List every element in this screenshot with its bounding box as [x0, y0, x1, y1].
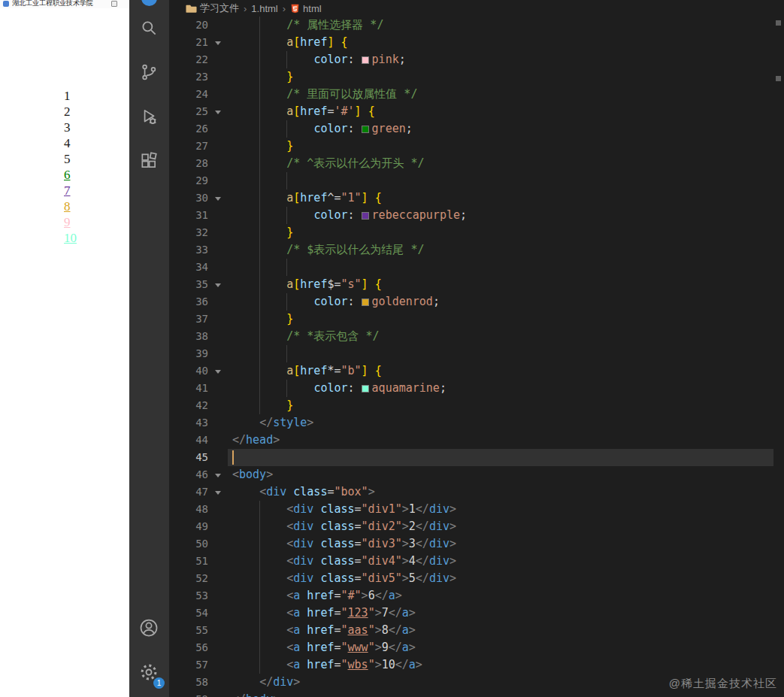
code-line[interactable]: 34	[169, 259, 784, 276]
code-text[interactable]: }	[228, 68, 773, 86]
code-text[interactable]: <div class="div2">2</div>	[228, 518, 773, 535]
code-line[interactable]: 37 }	[169, 311, 784, 328]
code-line[interactable]: 29	[169, 172, 784, 189]
code-text[interactable]: </body>	[228, 691, 773, 697]
code-text[interactable]: /* $表示以什么为结尾 */	[228, 241, 773, 259]
color-swatch[interactable]	[362, 126, 369, 133]
code-line[interactable]: 35 a[href$="s"] {	[169, 276, 784, 293]
code-text[interactable]: <div class="div1">1</div>	[228, 501, 773, 518]
tab-action-icon[interactable]	[111, 1, 117, 7]
code-text[interactable]	[228, 259, 773, 276]
code-line[interactable]: 27 }	[169, 138, 784, 155]
code-line[interactable]: 54 <a href="123">7</a>	[169, 605, 784, 622]
code-text[interactable]: <div class="div3">3</div>	[228, 535, 773, 553]
code-line[interactable]: 38 /* *表示包含 */	[169, 328, 784, 345]
preview-link[interactable]: 10	[64, 230, 77, 246]
code-text[interactable]: a[href^="1"] {	[228, 189, 773, 207]
code-text[interactable]: <a href="www">9</a>	[228, 639, 773, 656]
code-text[interactable]: <a href="#">6</a>	[228, 587, 773, 605]
code-text[interactable]	[228, 345, 773, 362]
breadcrumb-folder[interactable]: 学习文件	[186, 2, 239, 15]
code-text[interactable]: <div class="div4">4</div>	[228, 553, 773, 570]
code-text[interactable]: <a href="wbs">10</a>	[228, 656, 773, 674]
code-text[interactable]: <body>	[228, 466, 773, 483]
code-text[interactable]: /* ^表示以什么为开头 */	[228, 155, 773, 172]
fold-chevron-icon[interactable]	[208, 34, 228, 51]
fold-chevron-icon[interactable]	[208, 466, 228, 483]
code-text[interactable]: </head>	[228, 432, 773, 449]
code-text[interactable]: /* *表示包含 */	[228, 328, 773, 345]
code-line[interactable]: 26 color: green;	[169, 120, 784, 138]
code-line[interactable]: 43 </style>	[169, 414, 784, 432]
fold-chevron-icon[interactable]	[208, 483, 228, 501]
account-button[interactable]	[131, 610, 167, 646]
code-line[interactable]: 52 <div class="div5">5</div>	[169, 570, 784, 587]
breadcrumb-file[interactable]: 1.html	[251, 3, 277, 14]
code-text[interactable]: a[href*="b"] {	[228, 362, 773, 380]
color-swatch[interactable]	[362, 212, 369, 220]
code-line[interactable]: 55 <a href="aas">8</a>	[169, 622, 784, 639]
browser-tab-bar[interactable]: 湖北工业工程职业技术学院	[0, 0, 129, 8]
code-text[interactable]	[228, 449, 773, 466]
code-line[interactable]: 46<body>	[169, 466, 784, 483]
fold-chevron-icon[interactable]	[208, 362, 228, 380]
code-line[interactable]: 31 color: rebeccapurple;	[169, 207, 784, 224]
source-control-button[interactable]	[131, 54, 167, 90]
code-line[interactable]: 41 color: aquamarine;	[169, 380, 784, 397]
code-text[interactable]: </style>	[228, 414, 773, 432]
code-line[interactable]: 45	[169, 449, 784, 466]
fold-chevron-icon[interactable]	[208, 276, 228, 293]
search-button[interactable]	[131, 10, 167, 46]
breadcrumb-symbol[interactable]: html	[290, 3, 322, 14]
color-swatch[interactable]	[362, 56, 369, 64]
code-line[interactable]: 32 }	[169, 224, 784, 241]
code-text[interactable]: a[href$="s"] {	[228, 276, 773, 293]
code-text[interactable]: color: green;	[228, 120, 773, 138]
code-text[interactable]: color: pink;	[228, 51, 773, 68]
code-line[interactable]: 59</body>	[169, 691, 784, 697]
fold-chevron-icon[interactable]	[208, 189, 228, 207]
code-text[interactable]: /* 里面可以放属性值 */	[228, 86, 773, 103]
code-line[interactable]: 48 <div class="div1">1</div>	[169, 501, 784, 518]
color-swatch[interactable]	[362, 385, 369, 392]
code-line[interactable]: 56 <a href="www">9</a>	[169, 639, 784, 656]
preview-link[interactable]: 7	[64, 183, 77, 198]
code-text[interactable]: a[href] {	[228, 34, 773, 51]
code-text[interactable]: }	[228, 397, 773, 414]
code-text[interactable]: a[href='#'] {	[228, 103, 773, 120]
code-line[interactable]: 50 <div class="div3">3</div>	[169, 535, 784, 553]
code-line[interactable]: 28 /* ^表示以什么为开头 */	[169, 155, 784, 172]
code-line[interactable]: 42 }	[169, 397, 784, 414]
code-line[interactable]: 22 color: pink;	[169, 51, 784, 68]
code-line[interactable]: 40 a[href*="b"] {	[169, 362, 784, 380]
code-text[interactable]: <a href="123">7</a>	[228, 605, 773, 622]
code-line[interactable]: 36 color: goldenrod;	[169, 293, 784, 311]
code-line[interactable]: 23 }	[169, 68, 784, 86]
preview-link[interactable]: 9	[64, 214, 77, 230]
code-line[interactable]: 25 a[href='#'] {	[169, 103, 784, 120]
run-debug-button[interactable]	[131, 98, 167, 135]
code-text[interactable]: }	[228, 224, 773, 241]
code-line[interactable]: 47 <div class="box">	[169, 483, 784, 501]
settings-button[interactable]: 1	[131, 654, 167, 690]
code-line[interactable]: 21 a[href] {	[169, 34, 784, 51]
code-line[interactable]: 53 <a href="#">6</a>	[169, 587, 784, 605]
code-text[interactable]: <div class="div5">5</div>	[228, 570, 773, 587]
code-line[interactable]: 30 a[href^="1"] {	[169, 189, 784, 207]
code-line[interactable]: 33 /* $表示以什么为结尾 */	[169, 241, 784, 259]
code-line[interactable]: 39	[169, 345, 784, 362]
code-text[interactable]: color: goldenrod;	[228, 293, 773, 311]
code-line[interactable]: 44</head>	[169, 432, 784, 449]
code-line[interactable]: 57 <a href="wbs">10</a>	[169, 656, 784, 674]
color-swatch[interactable]	[362, 298, 369, 306]
code-line[interactable]: 49 <div class="div2">2</div>	[169, 518, 784, 535]
browser-tab-title[interactable]: 湖北工业工程职业技术学院	[12, 0, 107, 8]
code-text[interactable]: }	[228, 311, 773, 328]
preview-link[interactable]: 6	[64, 167, 77, 183]
code-line[interactable]: 24 /* 里面可以放属性值 */	[169, 86, 784, 103]
code-editor[interactable]: 20 /* 属性选择器 */21 a[href] {22 color: pink…	[169, 17, 784, 697]
code-text[interactable]	[228, 172, 773, 189]
fold-chevron-icon[interactable]	[208, 103, 228, 120]
code-text[interactable]: color: rebeccapurple;	[228, 207, 773, 224]
code-text[interactable]: color: aquamarine;	[228, 380, 773, 397]
